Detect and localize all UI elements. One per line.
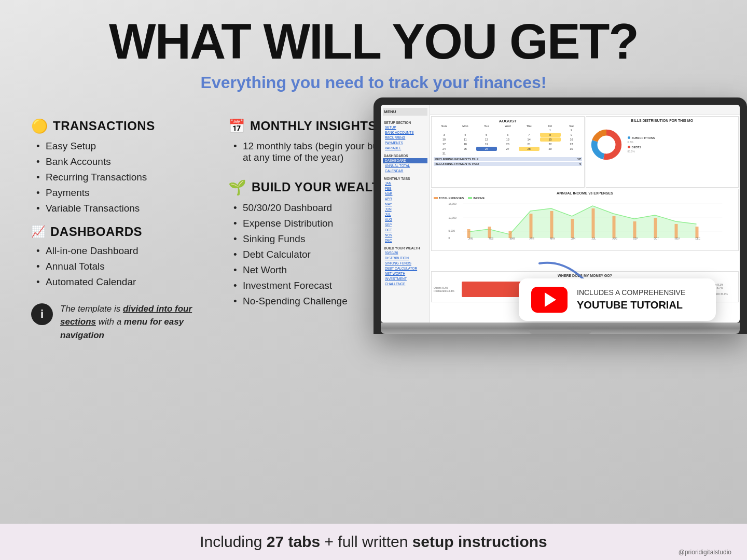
nav-investment[interactable]: INVESTMENT xyxy=(383,276,427,282)
svg-rect-22 xyxy=(696,227,699,238)
cal-day: 24 xyxy=(434,147,454,151)
list-item: All-in-one Dashboard xyxy=(36,245,208,257)
nav-oct[interactable]: OCT xyxy=(383,228,427,233)
nav-sep[interactable]: SEP xyxy=(383,222,427,228)
svg-text:OCT: OCT xyxy=(654,237,659,240)
cal-day: 23 xyxy=(561,142,582,146)
youtube-icon xyxy=(531,287,568,313)
donut-chart xyxy=(588,127,625,163)
cal-header: Mon xyxy=(455,124,476,128)
footer: Including 27 tabs + full written setup i… xyxy=(0,524,747,560)
svg-rect-13 xyxy=(509,231,512,238)
cal-header: Fri xyxy=(540,124,561,128)
list-item: Payments xyxy=(36,187,208,199)
legend-color-income xyxy=(468,197,472,199)
info-text: The template is divided into four sectio… xyxy=(60,302,197,342)
nav-feb[interactable]: FEB xyxy=(383,186,427,191)
svg-text:FEB: FEB xyxy=(489,237,494,240)
legend-debts: DEBTS xyxy=(628,146,655,149)
nav-setup[interactable]: SETUP xyxy=(383,125,427,130)
cal-day: 18 xyxy=(455,142,476,146)
svg-text:DEC: DEC xyxy=(696,237,701,240)
build-wealth-icon: 🌱 xyxy=(228,179,246,196)
cal-day: 22 xyxy=(540,142,561,146)
cal-header: Wed xyxy=(497,124,518,128)
nav-calendar[interactable]: CALENDAR xyxy=(383,169,427,174)
legend-color-expenses xyxy=(434,197,438,199)
nav-recurring[interactable]: RECURRING xyxy=(383,135,427,141)
income-chart: 15,000 10,000 5,000 0 xyxy=(434,201,736,240)
cal-header: Tue xyxy=(476,124,497,128)
svg-rect-15 xyxy=(550,211,554,238)
nav-dashboard[interactable]: DASHBOARD xyxy=(383,158,427,163)
transactions-header: 🟡 TRANSACTIONS xyxy=(31,118,208,134)
donut-legend: SUBSCRIPTIONS 0.8% DEBTS 85.1% xyxy=(628,136,655,153)
nav-aug[interactable]: AUG xyxy=(383,217,427,222)
recurring-paid-value: 4 xyxy=(579,162,580,165)
list-item: Recurring Transactions xyxy=(36,172,208,183)
svg-text:JUL: JUL xyxy=(592,237,596,240)
nav-nov[interactable]: NOV xyxy=(383,233,427,238)
youtube-badge: INCLUDES A COMPREHENSIVE YOUTUBE TUTORIA… xyxy=(519,278,716,321)
legend-dot-debts xyxy=(628,146,630,148)
cal-day: 20 xyxy=(497,142,518,146)
nav-annual-total[interactable]: ANNUAL TOTAL xyxy=(383,163,427,169)
dashboards-header: 📈 DASHBOARDS xyxy=(31,225,208,239)
nav-apr[interactable]: APR xyxy=(383,197,427,202)
info-icon: i xyxy=(31,303,53,325)
nav-may[interactable]: MAY xyxy=(383,202,427,207)
footer-plus: + full written xyxy=(320,533,412,550)
svg-rect-19 xyxy=(633,221,637,238)
svg-text:MAY: MAY xyxy=(550,237,555,240)
cal-day xyxy=(476,128,497,132)
cal-day: 21 xyxy=(519,142,540,146)
legend-pct: 0.8% xyxy=(628,141,655,144)
nav-mar[interactable]: MAR xyxy=(383,191,427,197)
build-wealth-nav-label: BUILD YOUR WEALTH xyxy=(383,245,427,250)
legend-income: INCOME xyxy=(468,197,485,200)
dashboards-nav-label: DASHBOARDS xyxy=(383,152,427,158)
nav-jul[interactable]: JUL xyxy=(383,212,427,217)
cal-day xyxy=(455,128,476,132)
nav-jan[interactable]: JAN xyxy=(383,181,427,186)
cal-day: 7 xyxy=(519,133,540,137)
cal-day: 27 xyxy=(497,147,518,151)
nav-jun[interactable]: JUN xyxy=(383,207,427,212)
cal-day: 8 xyxy=(540,133,561,137)
cal-day: 4 xyxy=(455,133,476,137)
nav-challenge[interactable]: CHALLENGE xyxy=(383,282,427,287)
nav-sinking[interactable]: SINKING FUNDS xyxy=(383,261,427,266)
legend-dot-subscriptions xyxy=(628,136,630,139)
nav-5030[interactable]: 50/30/20 xyxy=(383,250,427,256)
cal-day: 5 xyxy=(476,133,497,137)
build-wealth-title: BUILD YOUR WEALTH xyxy=(252,180,389,194)
list-item: Automated Calendar xyxy=(36,276,208,288)
cal-info-due: RECURRING PAYMENTS DUE 17 xyxy=(434,157,582,161)
monthly-tabs-nav-label: MONTHLY TABS xyxy=(383,175,427,181)
cal-day: 17 xyxy=(434,142,454,146)
monthly-insights-title: MONTHLY INSIGHTS xyxy=(250,119,377,133)
nav-debt[interactable]: DEBT CALCULATOR xyxy=(383,266,427,271)
setup-section-label: SETUP SECTION xyxy=(383,119,427,125)
cal-day xyxy=(434,128,454,132)
cal-header: Sat xyxy=(561,124,582,128)
nav-networth[interactable]: NET WORTH xyxy=(383,271,427,276)
dashboards-list: All-in-one Dashboard Annual Totals Autom… xyxy=(31,245,208,288)
nav-distribution[interactable]: DISTRIBUTION xyxy=(383,256,427,261)
nav-bank-accounts[interactable]: BANK ACCOUNTS xyxy=(383,130,427,135)
nav-variable[interactable]: VARIABLE xyxy=(383,146,427,151)
top-bar xyxy=(430,105,740,115)
nav-payments[interactable]: PAYMENTS xyxy=(383,141,427,146)
cal-day: 29 xyxy=(540,147,561,151)
cal-day: 31 xyxy=(434,151,454,156)
svg-text:AUG: AUG xyxy=(613,237,618,240)
svg-text:5,000: 5,000 xyxy=(449,229,455,232)
footer-handle: @prioridigitalstudio xyxy=(679,549,731,556)
calendar-grid: Sun Mon Tue Wed Thu Fri Sat xyxy=(434,124,582,156)
list-item: Variable Transactions xyxy=(36,203,208,214)
nav-dec[interactable]: DEC xyxy=(383,238,427,243)
income-panel: ANNUAL INCOME vs EXPENSES TOTAL EXPENSES xyxy=(431,189,739,251)
legend-subscriptions: SUBSCRIPTIONS xyxy=(628,136,655,139)
chart-legend: TOTAL EXPENSES INCOME xyxy=(434,197,736,200)
svg-rect-20 xyxy=(654,218,657,238)
